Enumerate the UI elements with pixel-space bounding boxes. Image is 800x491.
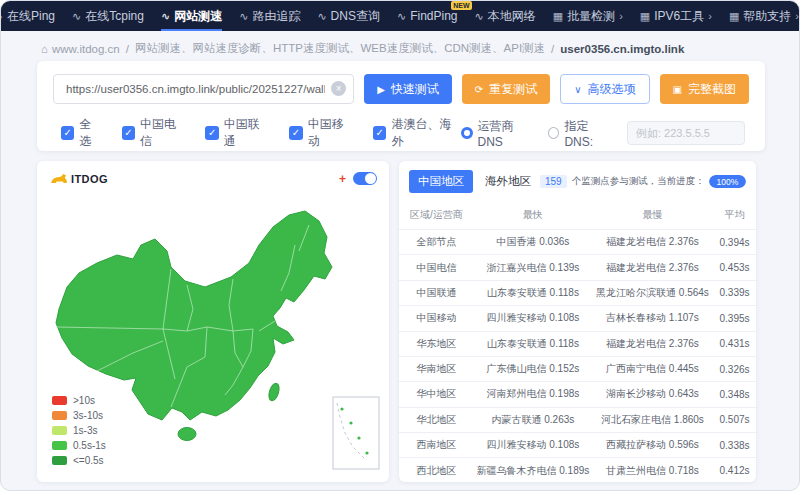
checkbox-label: 中国移动 (308, 116, 354, 150)
chevron-right-icon: › (708, 10, 712, 22)
tab-overseas[interactable]: 海外地区 (476, 170, 540, 193)
nav-item[interactable]: ▦ 帮助支持 › (729, 1, 799, 31)
url-input[interactable] (53, 74, 354, 104)
nav-item[interactable]: ▦ IPV6工具 › (640, 1, 712, 31)
action-buttons: ▶ 快速测试 ⟳ 重复测试 ∨ 高级选项 ▣ 完整截图 (364, 74, 749, 104)
nav-item[interactable]: ∿ FindPing NEW (397, 1, 458, 31)
checkbox-label: 全选 (79, 116, 102, 150)
grid-icon: ▦ (640, 10, 650, 23)
legend-item: 1s-3s (52, 425, 106, 436)
pulse-icon: ∿ (317, 10, 326, 23)
play-icon: ▶ (377, 84, 385, 95)
results-header: 中国地区 海外地区 159 个监测点参与测试，当前进度： 100% (399, 161, 756, 201)
radio-custom-dns[interactable]: 指定DNS: (548, 118, 614, 149)
cell-fastest: 广东佛山电信 0.152s (474, 357, 592, 381)
cell-region: 中国电信 (399, 255, 474, 279)
col-region: 区域/运营商 (399, 201, 474, 229)
map-tools: + (339, 172, 377, 185)
repeat-icon: ⟳ (475, 84, 483, 95)
nav-item[interactable]: ∿ 网站测速 (161, 1, 222, 31)
url-row: ▶ 快速测试 ⟳ 重复测试 ∨ 高级选项 ▣ 完整截图 (53, 74, 749, 104)
checkbox-checked-icon (205, 126, 219, 140)
legend-label: <=0.5s (73, 455, 104, 466)
breadcrumb: ⌂ www.itdog.cn / 网站测速、网站速度诊断、HTTP速度测试、WE… (41, 41, 799, 56)
nav-item-label: 在线Tcping (85, 8, 144, 25)
cell-average: 0.431s (713, 333, 756, 354)
progress-text: 个监测点参与测试，当前进度： (572, 175, 705, 188)
checkbox-label: 中国电信 (140, 116, 186, 150)
radio-custom-label: 指定DNS: (564, 118, 614, 149)
legend-label: 1s-3s (73, 425, 97, 436)
cell-fastest: 内蒙古联通 0.263s (474, 408, 592, 432)
nav-item-label: 帮助支持 (743, 8, 791, 25)
itdog-logo: ITDOG (49, 171, 108, 186)
map-card: ITDOG + (37, 161, 389, 482)
checkbox-checked-icon (61, 126, 74, 140)
action-button[interactable]: ∨ 高级选项 (560, 74, 649, 104)
radio-on-icon (461, 127, 473, 139)
isp-checkbox-group: 全选 中国电信 中国联通 中国移动 港澳台、海外 (61, 116, 461, 150)
cell-average: 0.339s (713, 282, 756, 303)
isp-checkbox[interactable]: 全选 (61, 116, 103, 150)
nav-item[interactable]: ∿ 路由追踪 (239, 1, 300, 31)
isp-checkbox[interactable]: 中国联通 (205, 116, 270, 150)
cell-slowest: 吉林长春移动 1.107s (592, 306, 713, 330)
cell-average: 0.395s (713, 308, 756, 329)
cell-average: 0.394s (713, 232, 756, 253)
tab-china[interactable]: 中国地区 (409, 170, 473, 193)
chevron-right-icon: › (619, 10, 623, 22)
cell-slowest: 黑龙江哈尔滨联通 0.564s (592, 281, 713, 305)
cell-fastest: 新疆乌鲁木齐电信 0.189s (474, 458, 592, 482)
cell-fastest: 中国香港 0.036s (474, 230, 592, 254)
progress-fill: 100% (709, 175, 746, 188)
cell-fastest: 四川雅安移动 0.108s (474, 306, 592, 330)
action-button[interactable]: ▶ 快速测试 (364, 74, 452, 104)
chevron-right-icon: › (795, 10, 799, 22)
nav-item[interactable]: ∿ 在线Ping (0, 1, 55, 31)
map-legend: >10s 3s-10s 1s-3s 0.5s-1s <=0.5s (52, 395, 106, 466)
cell-slowest: 湖南长沙移动 0.643s (592, 382, 713, 406)
table-row: 华北地区 内蒙古联通 0.263s 河北石家庄电信 1.860s 0.507s (399, 408, 756, 433)
top-navbar: ⌂ 首页 ∿ 在线Ping ∿ 在线Tcping ∿ 网站测速 ∿ 路由追踪 ∿… (1, 1, 799, 31)
breadcrumb-current[interactable]: user0356.cn.imgto.link (560, 43, 684, 55)
table-row: 中国联通 山东泰安联通 0.118s 黑龙江哈尔滨联通 0.564s 0.339… (399, 281, 756, 306)
table-row: 全部节点 中国香港 0.036s 福建龙岩电信 2.376s 0.394s (399, 230, 756, 255)
isp-checkbox[interactable]: 港澳台、海外 (373, 116, 461, 150)
cell-average: 0.326s (713, 358, 756, 379)
nav-item[interactable]: ∿ 本地网络 (475, 1, 536, 31)
col-fastest: 最快 (474, 201, 592, 229)
results-table-body: 全部节点 中国香港 0.036s 福建龙岩电信 2.376s 0.394s 中国… (399, 230, 756, 482)
new-badge: NEW (451, 1, 471, 10)
nav-item-label: 网站测速 (174, 8, 222, 25)
cell-fastest: 山东泰安联通 0.118s (474, 281, 592, 305)
col-average: 平均 (713, 201, 756, 229)
cell-region: 中国联通 (399, 281, 474, 305)
breadcrumb-home[interactable]: ⌂ www.itdog.cn (41, 43, 120, 55)
legend-label: 3s-10s (73, 410, 103, 421)
map-toggle[interactable] (353, 172, 377, 185)
dns-options: 运营商DNS 指定DNS: (461, 118, 745, 149)
isp-checkbox[interactable]: 中国移动 (289, 116, 354, 150)
cell-fastest: 浙江嘉兴电信 0.139s (474, 255, 592, 279)
url-input-wrap (53, 74, 354, 104)
pulse-icon: ∿ (239, 10, 248, 23)
south-china-sea-inset (333, 397, 379, 469)
home-icon: ⌂ (41, 43, 48, 55)
results-table-header: 区域/运营商 最快 最慢 平均 (399, 201, 756, 230)
col-slowest: 最慢 (592, 201, 713, 229)
nav-item[interactable]: ∿ DNS查询 (317, 1, 380, 31)
results-card: 中国地区 海外地区 159 个监测点参与测试，当前进度： 100% 区域/运营商… (399, 161, 756, 482)
nav-item-label: DNS查询 (331, 8, 380, 25)
nav-item[interactable]: ▦ 批量检测 › (553, 1, 623, 31)
cell-average: 0.338s (713, 435, 756, 456)
action-button[interactable]: ⟳ 重复测试 (462, 74, 550, 104)
screenshot-icon: ▣ (673, 84, 682, 95)
app-window: ⌂ 首页 ∿ 在线Ping ∿ 在线Tcping ∿ 网站测速 ∿ 路由追踪 ∿… (0, 0, 800, 491)
nav-item[interactable]: ∿ 在线Tcping (72, 1, 144, 31)
custom-dns-input[interactable] (627, 121, 745, 145)
legend-swatch (52, 426, 67, 435)
action-button[interactable]: ▣ 完整截图 (660, 74, 749, 104)
isp-checkbox[interactable]: 中国电信 (122, 116, 187, 150)
cell-average: 0.348s (713, 384, 756, 405)
radio-carrier-dns[interactable]: 运营商DNS (461, 118, 535, 149)
